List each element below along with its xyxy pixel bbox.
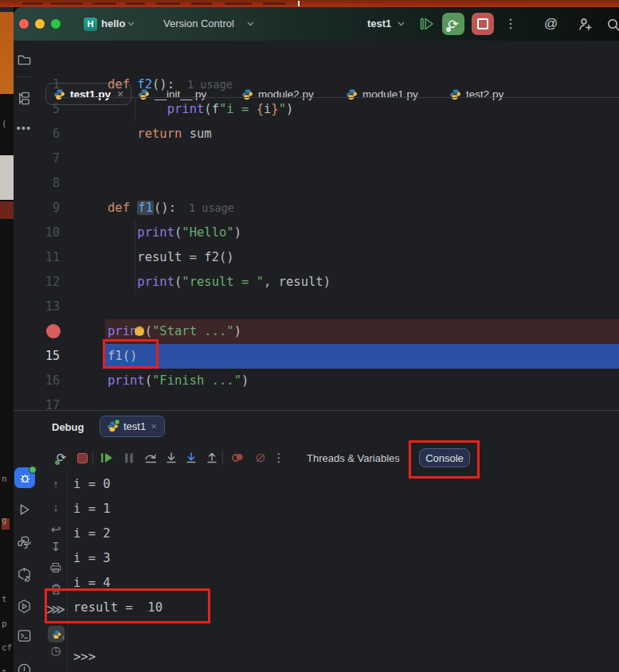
code-text: return sum xyxy=(108,122,212,147)
code-line[interactable]: 13 xyxy=(14,295,619,319)
background-text-fragment: ( xyxy=(2,119,7,129)
python-packages-tool-icon[interactable] xyxy=(16,566,32,582)
active-session-badge xyxy=(29,466,37,474)
resume-program-icon[interactable] xyxy=(98,449,116,467)
toolbar-separator xyxy=(222,451,223,465)
annotation-box-console-tab xyxy=(409,440,480,479)
breakpoint-icon[interactable] xyxy=(46,324,61,338)
close-session-icon[interactable]: × xyxy=(151,420,157,432)
chevron-down-icon xyxy=(398,21,405,26)
stripe-divider xyxy=(17,76,30,77)
python-debug-icon xyxy=(107,420,119,432)
intention-bulb-icon[interactable] xyxy=(135,326,144,336)
stop-icon xyxy=(477,18,488,29)
code-line[interactable]: 1def f2():1 usage xyxy=(14,72,619,97)
run-tool-icon[interactable] xyxy=(16,502,32,518)
code-line[interactable]: 6 return sum xyxy=(14,122,619,147)
line-number: 9 xyxy=(14,196,60,221)
structure-tool-icon[interactable] xyxy=(16,90,32,106)
session-tab-label: test1 xyxy=(123,420,146,432)
screenshot-root: { "background": { "menubar_color": "#A93… xyxy=(0,0,619,672)
print-icon[interactable] xyxy=(48,560,64,576)
annotation-box-f1-call xyxy=(103,339,159,369)
more-options-icon[interactable]: ⋮ xyxy=(504,16,517,32)
python-console-tool-icon[interactable] xyxy=(16,534,32,550)
step-into-icon[interactable] xyxy=(163,449,180,467)
debug-session-tab[interactable]: test1 × xyxy=(100,416,165,437)
code-line[interactable]: 8 xyxy=(14,171,619,196)
code-line[interactable]: 17 xyxy=(14,393,619,410)
bug-badge-icon xyxy=(446,27,451,32)
code-line[interactable]: 12 print("result = ", result) xyxy=(14,270,619,295)
scroll-up-icon[interactable]: ↑ xyxy=(48,476,64,492)
panel-divider[interactable] xyxy=(14,410,619,411)
code-line[interactable]: 7 xyxy=(14,147,619,171)
chevron-down-icon xyxy=(247,21,254,26)
debug-tool-icon-active[interactable] xyxy=(14,467,35,488)
project-tool-icon[interactable] xyxy=(16,51,32,67)
code-line[interactable]: 5 print(f"i = {i}") xyxy=(14,97,619,122)
background-text-fragment: t xyxy=(2,594,7,604)
background-text-fragment: p xyxy=(2,619,7,629)
background-text-fragment: t xyxy=(2,667,7,672)
code-line[interactable]: 9def f1():1 usage xyxy=(14,196,619,221)
step-into-my-code-icon[interactable] xyxy=(182,449,200,467)
console-gutter-divider xyxy=(67,471,68,672)
code-text: print("Finish ...") xyxy=(108,369,249,393)
line-number: 13 xyxy=(14,295,60,319)
search-everywhere-icon[interactable] xyxy=(606,18,619,32)
line-number: 7 xyxy=(14,147,60,171)
problems-tool-icon[interactable] xyxy=(16,662,32,672)
scroll-to-end-icon[interactable]: ↧ xyxy=(48,539,64,555)
pause-program-icon[interactable] xyxy=(120,449,138,467)
debug-panel-title: Debug xyxy=(52,421,84,433)
console-line: i = 2 xyxy=(73,522,111,546)
background-text-fragment: n xyxy=(2,474,7,484)
background-text-fragment: g xyxy=(2,515,7,525)
soft-wrap-icon[interactable]: ↩ xyxy=(48,522,64,537)
line-number: 12 xyxy=(14,270,60,295)
editor-tab-bar: test1.py×__init__.pymodule2.pymodule1.py… xyxy=(14,41,619,72)
code-text: result = f2() xyxy=(108,245,234,270)
services-tool-icon[interactable] xyxy=(16,598,32,614)
show-python-prompt-icon[interactable]: › xyxy=(48,626,65,643)
minimize-window-button[interactable] xyxy=(35,19,45,29)
annotation-box-result-output xyxy=(45,588,210,623)
code-text: print("Hello") xyxy=(108,221,241,245)
scroll-down-icon[interactable]: ↓ xyxy=(48,499,64,515)
code-text: print("result = ", result) xyxy=(108,270,331,295)
line-number: 17 xyxy=(14,393,60,410)
code-text: def f2():1 usage xyxy=(108,72,233,97)
console-line: i = 0 xyxy=(73,472,111,497)
rerun-debugger-icon[interactable]: ⟳ xyxy=(53,449,70,467)
code-line[interactable]: 11 result = f2() xyxy=(14,245,619,270)
code-line[interactable]: 16print("Finish ...") xyxy=(14,369,619,393)
titlebar: H hello Version Control test1 ⟳ ⋮ @ xyxy=(14,7,619,41)
close-window-button[interactable] xyxy=(19,19,29,29)
console-line: i = 1 xyxy=(73,497,111,522)
background-desktop-strip: (ngtpcft xyxy=(0,7,14,672)
python-icon xyxy=(52,630,61,639)
code-line[interactable]: 10 print("Hello") xyxy=(14,221,619,245)
rerun-debug-button[interactable]: ⟳ xyxy=(442,13,464,35)
pycharm-window: H hello Version Control test1 ⟳ ⋮ @ xyxy=(14,7,619,672)
step-out-icon[interactable] xyxy=(203,449,221,467)
terminal-tool-icon[interactable] xyxy=(16,627,32,643)
step-over-icon[interactable] xyxy=(142,449,159,467)
vcs-menu[interactable]: Version Control xyxy=(163,18,234,30)
code-with-me-icon[interactable] xyxy=(578,17,593,32)
stop-button[interactable] xyxy=(472,13,494,35)
run-config-selector[interactable]: test1 xyxy=(367,18,391,30)
more-tool-windows-icon[interactable]: ••• xyxy=(16,119,32,135)
zoom-window-button[interactable] xyxy=(51,19,61,29)
background-app-menubar xyxy=(0,0,619,7)
mute-breakpoints-icon[interactable] xyxy=(252,449,269,467)
view-breakpoints-icon[interactable] xyxy=(229,449,246,467)
resume-program-icon[interactable] xyxy=(420,18,434,30)
project-menu[interactable]: hello xyxy=(101,18,125,30)
debug-more-options-icon[interactable]: ⋮ xyxy=(270,449,288,467)
console-history-icon[interactable]: ◷ xyxy=(48,643,64,658)
stop-debugger-icon[interactable] xyxy=(73,449,91,467)
view-tab-threads-variables[interactable]: Threads & Variables xyxy=(307,452,400,464)
ai-assistant-icon[interactable]: @ xyxy=(544,16,558,32)
